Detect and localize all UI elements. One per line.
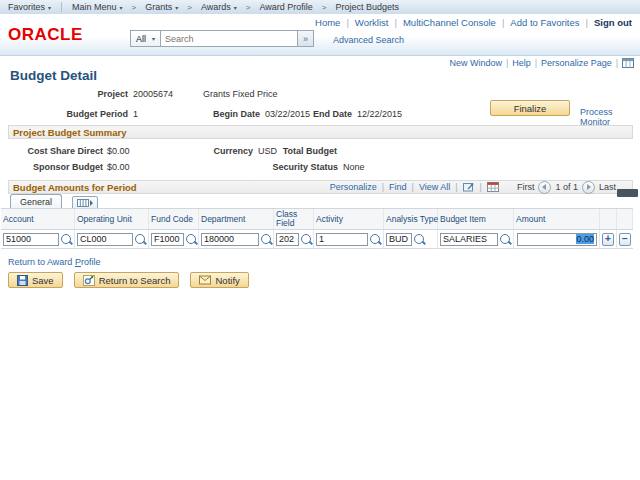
operating-unit-input[interactable] xyxy=(77,233,133,246)
breadcrumb-item-award-profile[interactable]: Award Profile xyxy=(252,2,321,12)
page-title: Budget Detail xyxy=(10,68,97,83)
download-grid-icon[interactable] xyxy=(487,182,499,192)
scrollbar-thumb[interactable] xyxy=(617,189,638,197)
tab-label: General xyxy=(20,197,52,207)
return-link-accent: Profile xyxy=(75,257,101,267)
find-link[interactable]: Find xyxy=(389,182,407,192)
budget-period-value: 1 xyxy=(133,109,138,119)
save-button[interactable]: Save xyxy=(8,272,63,288)
worklist-link[interactable]: Worklist xyxy=(355,17,389,28)
department-input[interactable] xyxy=(201,233,259,246)
fund-code-input[interactable] xyxy=(151,233,184,246)
page-grid-icon[interactable] xyxy=(622,58,634,68)
col-account: Account xyxy=(3,215,34,224)
activity-lookup-icon[interactable] xyxy=(370,234,380,244)
analysis-type-lookup-icon[interactable] xyxy=(414,234,424,244)
breadcrumb-label: Grants xyxy=(145,2,172,12)
notify-button[interactable]: Notify xyxy=(190,272,248,288)
account-lookup-icon[interactable] xyxy=(61,234,71,244)
amount-input[interactable]: 0.00 xyxy=(517,233,597,246)
search-go-icon[interactable]: » xyxy=(298,30,314,47)
search-bar: All ▾ » xyxy=(130,30,314,47)
chevron-down-icon: ▾ xyxy=(152,35,155,42)
sponsor-budget-label: Sponsor Budget xyxy=(18,162,103,172)
budget-item-lookup-icon[interactable] xyxy=(500,234,510,244)
chevron-down-icon: ▾ xyxy=(175,4,178,11)
class-field-input[interactable] xyxy=(276,233,299,246)
section-title: Budget Amounts for Period xyxy=(13,182,137,193)
grid-toolbar: Personalize | Find | View All | | First … xyxy=(330,181,628,194)
prev-page-icon[interactable] xyxy=(538,181,551,194)
main-menu[interactable]: Main Menu ▾ xyxy=(64,2,131,12)
first-label[interactable]: First xyxy=(517,182,535,192)
end-date-label: End Date xyxy=(300,109,352,119)
return-link-text: Return to Award xyxy=(8,257,75,267)
project-budget-summary-section: Project Budget Summary xyxy=(8,125,633,139)
chevron-down-icon: ▾ xyxy=(120,4,123,11)
chevron-down-icon: ▾ xyxy=(48,4,51,11)
chevron-down-icon: ▾ xyxy=(234,4,237,11)
personalize-page-link[interactable]: Personalize Page xyxy=(541,58,612,68)
class-field-lookup-icon[interactable] xyxy=(301,234,311,244)
divider: | xyxy=(586,17,588,28)
next-page-icon[interactable] xyxy=(582,181,595,194)
breadcrumb-item-awards[interactable]: Awards ▾ xyxy=(193,2,245,12)
activity-input[interactable] xyxy=(316,233,368,246)
breadcrumb-separator: > xyxy=(186,3,193,12)
account-input[interactable] xyxy=(3,233,59,246)
budget-item-input[interactable] xyxy=(440,233,498,246)
personalize-link[interactable]: Personalize xyxy=(330,182,377,192)
security-status-value: None xyxy=(343,162,365,172)
divider: | xyxy=(535,58,537,68)
add-to-favorites-link[interactable]: Add to Favorites xyxy=(510,17,579,28)
tab-general[interactable]: General xyxy=(10,194,62,209)
return-to-award-profile-link[interactable]: Return to Award Profile xyxy=(8,257,100,267)
multichannel-console-link[interactable]: MultiChannel Console xyxy=(403,17,496,28)
col-class-field: Class Field xyxy=(276,210,311,228)
home-link[interactable]: Home xyxy=(315,17,340,28)
breadcrumb-item-grants[interactable]: Grants ▾ xyxy=(137,2,186,12)
save-icon xyxy=(17,275,28,286)
col-fund-code: Fund Code xyxy=(151,215,193,224)
sign-out-link[interactable]: Sign out xyxy=(594,17,632,28)
divider: | xyxy=(394,17,396,28)
fund-code-lookup-icon[interactable] xyxy=(186,234,196,244)
view-all-link[interactable]: View All xyxy=(419,182,450,192)
favorites-label: Favorites xyxy=(8,2,45,12)
finalize-button[interactable]: Finalize xyxy=(490,100,570,116)
budget-period-label: Budget Period xyxy=(30,109,128,119)
last-label[interactable]: Last xyxy=(599,182,616,192)
col-add xyxy=(600,209,617,229)
return-to-search-button-label: Return to Search xyxy=(99,275,171,286)
sponsor-budget-value: $0.00 xyxy=(107,162,130,172)
search-scope-select[interactable]: All ▾ xyxy=(130,30,161,47)
notify-button-label: Notify xyxy=(215,275,239,286)
notify-icon xyxy=(199,275,211,285)
save-button-label: Save xyxy=(32,275,54,286)
operating-unit-lookup-icon[interactable] xyxy=(135,234,145,244)
col-amount: Amount xyxy=(516,215,545,224)
divider xyxy=(61,2,62,12)
breadcrumb-item-project-budgets[interactable]: Project Budgets xyxy=(328,2,408,12)
process-monitor-link[interactable]: Process Monitor xyxy=(580,107,640,127)
search-input[interactable] xyxy=(161,30,298,47)
cost-share-direct-label: Cost Share Direct xyxy=(18,146,103,156)
help-link[interactable]: Help xyxy=(512,58,531,68)
return-to-search-button[interactable]: Return to Search xyxy=(74,272,180,288)
project-id: 20005674 xyxy=(133,89,173,99)
col-budget-item: Budget Item xyxy=(440,215,486,224)
department-lookup-icon[interactable] xyxy=(261,234,271,244)
breadcrumb-label: Award Profile xyxy=(260,2,313,12)
divider: | xyxy=(480,182,482,192)
breadcrumb-separator: > xyxy=(245,3,252,12)
delete-row-button[interactable]: − xyxy=(619,233,631,246)
new-window-link[interactable]: New Window xyxy=(449,58,502,68)
col-department: Department xyxy=(201,215,245,224)
breadcrumb-label: Project Budgets xyxy=(336,2,400,12)
divider: | xyxy=(502,17,504,28)
advanced-search-link[interactable]: Advanced Search xyxy=(333,35,404,45)
analysis-type-input[interactable] xyxy=(386,233,412,246)
add-row-button[interactable]: + xyxy=(602,233,614,246)
favorites-menu[interactable]: Favorites ▾ xyxy=(0,2,59,12)
popup-window-icon[interactable] xyxy=(463,182,475,192)
